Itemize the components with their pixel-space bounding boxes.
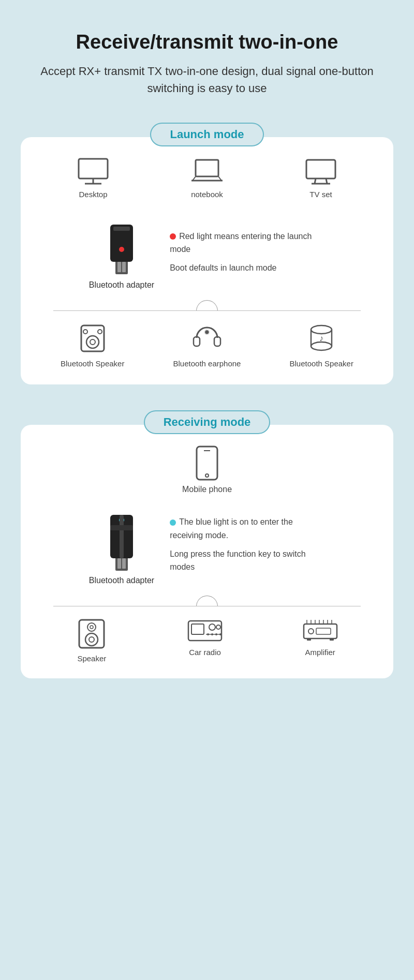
subtitle: Accept RX+ transmit TX two-in-one design… — [21, 63, 393, 97]
launch-mode-label: Launch mode — [150, 123, 263, 146]
svg-rect-32 — [115, 556, 128, 571]
svg-rect-21 — [194, 337, 200, 346]
device-bt-earphone-label: Bluetooth earphone — [173, 359, 241, 369]
svg-point-46 — [209, 624, 215, 630]
svg-point-43 — [89, 637, 94, 642]
launch-mode-section: Launch mode Desktop — [21, 123, 393, 384]
svg-rect-29 — [197, 447, 217, 480]
svg-text:♪: ♪ — [319, 334, 323, 343]
bluetooth-adapter-receive-icon — [101, 504, 142, 572]
svg-point-24 — [311, 325, 332, 334]
svg-point-19 — [83, 330, 87, 334]
receiving-top-device: Mobile phone — [36, 446, 378, 494]
svg-point-18 — [90, 339, 95, 345]
device-bt-speaker1: Bluetooth Speaker — [61, 321, 124, 369]
device-bt-speaker2-label: Bluetooth Speaker — [290, 359, 353, 369]
svg-rect-6 — [306, 160, 335, 179]
svg-point-27 — [311, 342, 332, 350]
svg-point-17 — [86, 336, 99, 348]
device-tv-label: TV set — [309, 190, 332, 199]
blue-dot-icon — [170, 519, 176, 526]
speaker-large-icon — [75, 617, 108, 650]
receiving-bottom-devices: Speaker Ca — [36, 617, 378, 663]
device-speaker-label: Speaker — [77, 654, 106, 663]
svg-rect-62 — [316, 628, 331, 634]
svg-rect-45 — [191, 624, 204, 634]
launch-adapter-label: Bluetooth adapter — [89, 280, 154, 290]
svg-rect-33 — [117, 558, 121, 569]
bluetooth-adapter-launch-icon — [101, 214, 142, 276]
receiving-info: The blue light is on to enter the receiv… — [170, 515, 325, 573]
device-desktop-label: Desktop — [79, 190, 107, 199]
device-speaker: Speaker — [75, 617, 108, 663]
device-bt-earphone: ✹ Bluetooth earphone — [173, 321, 241, 369]
svg-point-49 — [207, 633, 209, 635]
device-car-radio: Car radio — [186, 617, 224, 657]
svg-rect-37 — [120, 515, 124, 558]
svg-point-51 — [215, 633, 217, 635]
svg-point-47 — [216, 625, 220, 629]
receiving-adapter-label: Bluetooth adapter — [89, 576, 154, 585]
device-amplifier: Amplifier — [302, 617, 339, 657]
mobile-phone-icon — [194, 446, 220, 481]
launch-center-row: Bluetooth adapter Red light means enteri… — [36, 214, 378, 290]
earphone-icon: ✹ — [190, 321, 224, 354]
bluetooth-speaker-icon: ♪ — [305, 321, 338, 354]
launch-divider — [53, 300, 361, 311]
launch-top-devices: Desktop notebook T — [36, 158, 378, 199]
device-notebook-label: notebook — [191, 190, 223, 199]
svg-point-41 — [90, 626, 93, 629]
launch-adapter: Bluetooth adapter — [89, 214, 154, 290]
mobile-phone-label: Mobile phone — [182, 485, 232, 494]
desktop-icon — [77, 158, 110, 186]
svg-point-50 — [211, 633, 213, 635]
svg-point-42 — [85, 633, 98, 646]
launch-bottom-devices: Bluetooth Speaker ✹ Bluetooth earphone — [36, 321, 378, 369]
receiving-mode-label: Receiving mode — [144, 410, 271, 434]
receiving-adapter: Bluetooth adapter — [89, 504, 154, 585]
svg-rect-15 — [113, 227, 130, 231]
device-desktop: Desktop — [77, 158, 110, 199]
device-amplifier-label: Amplifier — [305, 648, 335, 657]
svg-rect-10 — [115, 260, 128, 274]
car-radio-icon — [186, 617, 224, 644]
receiving-mode-section: Receiving mode Mobile phone — [21, 410, 393, 678]
speaker-icon — [76, 321, 109, 354]
svg-rect-4 — [196, 160, 218, 176]
red-dot-icon — [170, 233, 176, 240]
receiving-center-row: Bluetooth adapter The blue light is on t… — [36, 504, 378, 585]
svg-point-52 — [219, 633, 221, 635]
amplifier-icon — [302, 617, 339, 644]
svg-text:✹: ✹ — [204, 328, 210, 336]
svg-rect-11 — [117, 262, 121, 272]
tv-icon — [304, 158, 337, 186]
svg-point-14 — [119, 247, 124, 252]
laptop-icon — [190, 158, 224, 186]
launch-info: Red light means entering the launch mode… — [170, 230, 325, 275]
svg-rect-64 — [330, 639, 334, 641]
svg-point-31 — [205, 474, 209, 477]
svg-rect-12 — [122, 262, 126, 272]
device-notebook: notebook — [190, 158, 224, 199]
svg-point-40 — [87, 623, 96, 631]
svg-rect-38 — [110, 525, 133, 530]
device-car-radio-label: Car radio — [189, 648, 221, 657]
main-title: Receive/transmit two-in-one — [76, 31, 338, 53]
svg-rect-34 — [122, 558, 126, 569]
svg-point-20 — [98, 330, 102, 334]
svg-point-61 — [308, 629, 314, 634]
svg-rect-22 — [214, 337, 220, 346]
svg-rect-0 — [79, 159, 108, 179]
device-bt-speaker2: ♪ Bluetooth Speaker — [290, 321, 353, 369]
receiving-divider — [53, 596, 361, 606]
device-tv: TV set — [304, 158, 337, 199]
device-bt-speaker1-label: Bluetooth Speaker — [61, 359, 124, 369]
svg-rect-63 — [307, 639, 311, 641]
